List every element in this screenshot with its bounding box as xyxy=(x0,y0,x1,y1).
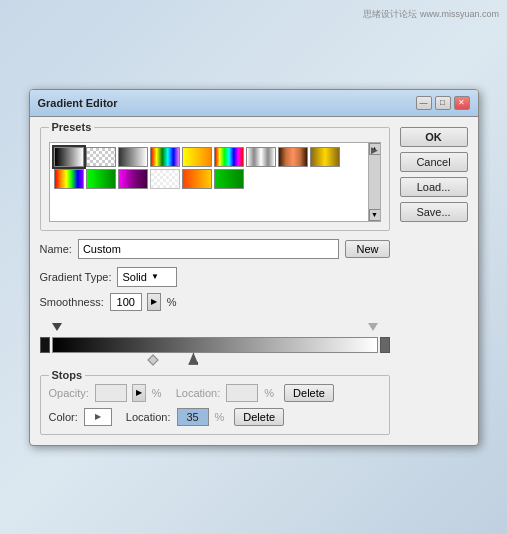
opacity-input[interactable] xyxy=(95,384,127,402)
preset-swatch-10[interactable] xyxy=(86,169,116,189)
preset-swatch-9[interactable] xyxy=(54,169,84,189)
name-label: Name: xyxy=(40,243,72,255)
left-panel: Presets xyxy=(40,127,390,435)
opacity-stops-track xyxy=(52,321,378,337)
gradient-bar-left-marker[interactable] xyxy=(40,337,50,353)
preset-swatch-14[interactable] xyxy=(214,169,244,189)
maximize-button[interactable]: □ xyxy=(435,96,451,110)
watermark: 思绪设计论坛 www.missyuan.com xyxy=(363,8,499,21)
load-button[interactable]: Load... xyxy=(400,177,468,197)
opacity-stop-left[interactable] xyxy=(52,323,62,331)
color-stop-selected[interactable] xyxy=(188,353,198,365)
preset-swatch-1[interactable] xyxy=(86,147,116,167)
close-button[interactable]: ✕ xyxy=(454,96,470,110)
color-row: Color: ▶ Location: 35 % Delete xyxy=(49,408,381,426)
opacity-location-input[interactable] xyxy=(226,384,258,402)
preset-swatch-2[interactable] xyxy=(118,147,148,167)
color-delete-button[interactable]: Delete xyxy=(234,408,284,426)
title-controls: — □ ✕ xyxy=(416,96,470,110)
opacity-delete-button[interactable]: Delete xyxy=(284,384,334,402)
gradient-bar-container xyxy=(40,321,390,371)
preset-swatch-6[interactable] xyxy=(246,147,276,167)
stops-group-label: Stops xyxy=(49,369,86,381)
name-input[interactable] xyxy=(78,239,340,259)
color-location-percent: % xyxy=(215,411,225,423)
preset-swatch-8[interactable] xyxy=(310,147,340,167)
new-button[interactable]: New xyxy=(345,240,389,258)
gradient-type-select[interactable]: Solid ▼ xyxy=(117,267,177,287)
presets-label: Presets xyxy=(49,121,95,133)
opacity-stop-right[interactable] xyxy=(368,323,378,331)
preset-swatch-5[interactable] xyxy=(214,147,244,167)
color-swatch[interactable]: ▶ xyxy=(84,408,112,426)
presets-container: ▲ ▼ ▶ xyxy=(49,142,381,222)
color-location-label: Location: xyxy=(126,411,171,423)
gradient-type-row: Gradient Type: Solid ▼ xyxy=(40,267,390,287)
expand-presets-icon[interactable]: ▶ xyxy=(371,145,378,155)
gradient-bar-right-marker[interactable] xyxy=(380,337,390,353)
preset-swatch-7[interactable] xyxy=(278,147,308,167)
color-label: Color: xyxy=(49,411,78,423)
color-midpoint-marker[interactable] xyxy=(149,356,157,364)
stops-group: Stops Opacity: ▶ % Location: % Delete Co… xyxy=(40,375,390,435)
save-button[interactable]: Save... xyxy=(400,202,468,222)
gradient-bar-wrapper xyxy=(40,337,390,353)
preset-swatch-13[interactable] xyxy=(182,169,212,189)
preset-swatch-4[interactable] xyxy=(182,147,212,167)
opacity-location-percent: % xyxy=(264,387,274,399)
title-bar: Gradient Editor — □ ✕ xyxy=(30,90,478,117)
ok-button[interactable]: OK xyxy=(400,127,468,147)
opacity-row: Opacity: ▶ % Location: % Delete xyxy=(49,384,381,402)
color-swatch-arrow-icon: ▶ xyxy=(95,412,101,421)
gradient-type-label: Gradient Type: xyxy=(40,271,112,283)
scroll-down-button[interactable]: ▼ xyxy=(369,209,381,221)
gradient-bar[interactable] xyxy=(52,337,378,353)
select-arrow-icon: ▼ xyxy=(151,272,159,281)
scroll-track xyxy=(369,155,380,209)
smoothness-value: 100 xyxy=(110,293,142,311)
gradient-editor-dialog: Gradient Editor — □ ✕ Presets xyxy=(29,89,479,446)
smoothness-percent: % xyxy=(167,296,177,308)
dialog-content: Presets xyxy=(30,117,478,445)
color-stops-area xyxy=(40,353,390,371)
color-stops-track xyxy=(52,353,378,371)
preset-swatch-11[interactable] xyxy=(118,169,148,189)
opacity-step-button[interactable]: ▶ xyxy=(132,384,146,402)
preset-swatch-12[interactable] xyxy=(150,169,180,189)
cancel-button[interactable]: Cancel xyxy=(400,152,468,172)
right-panel: OK Cancel Load... Save... xyxy=(400,127,468,435)
presets-grid xyxy=(54,147,376,189)
minimize-button[interactable]: — xyxy=(416,96,432,110)
smoothness-step-button[interactable]: ▶ xyxy=(147,293,161,311)
name-row: Name: New xyxy=(40,239,390,259)
smoothness-row: Smoothness: 100 ▶ % xyxy=(40,293,390,311)
opacity-location-label: Location: xyxy=(176,387,221,399)
presets-group: Presets xyxy=(40,127,390,231)
preset-swatch-0[interactable] xyxy=(54,147,84,167)
color-location-input[interactable]: 35 xyxy=(177,408,209,426)
preset-swatch-3[interactable] xyxy=(150,147,180,167)
opacity-percent: % xyxy=(152,387,162,399)
opacity-label: Opacity: xyxy=(49,387,89,399)
gradient-type-value: Solid xyxy=(122,271,146,283)
dialog-title: Gradient Editor xyxy=(38,97,118,109)
smoothness-label: Smoothness: xyxy=(40,296,104,308)
opacity-stops-area xyxy=(40,321,390,337)
